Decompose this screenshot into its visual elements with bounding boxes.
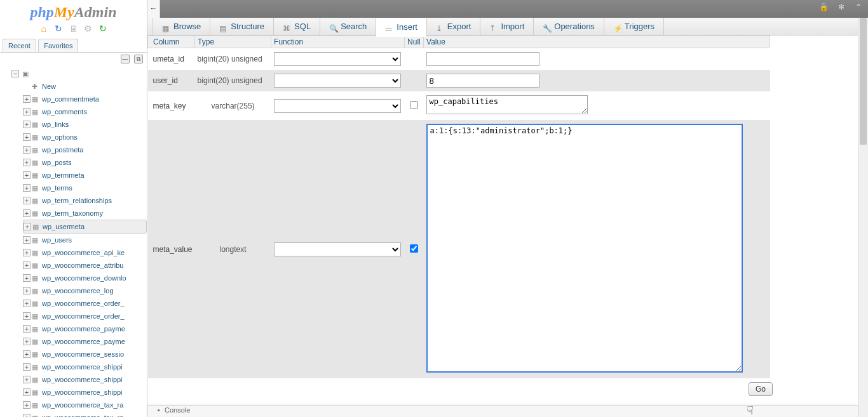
tree-table-item[interactable]: ▦wp_posts xyxy=(23,156,147,169)
table-link[interactable]: wp_woocommerce_order_ xyxy=(42,300,125,307)
tree-table-item[interactable]: ▦wp_options xyxy=(23,131,147,143)
plus-icon[interactable] xyxy=(23,274,31,282)
go-button[interactable]: Go xyxy=(749,382,773,396)
plus-icon[interactable] xyxy=(23,249,31,256)
link-chain-icon[interactable]: ⧉ xyxy=(134,55,143,63)
plus-icon[interactable] xyxy=(24,223,31,230)
table-link[interactable]: wp_woocommerce_shippi xyxy=(42,376,123,383)
plus-icon[interactable] xyxy=(23,414,31,417)
table-link[interactable]: wp_woocommerce_shippi xyxy=(42,363,123,371)
settings-cog-icon[interactable]: ⚙ xyxy=(83,23,93,34)
scrollbar-thumb[interactable] xyxy=(860,18,867,145)
tree-new-item[interactable]: ✚New xyxy=(23,80,147,93)
plus-icon[interactable] xyxy=(23,300,31,307)
plus-icon[interactable] xyxy=(23,133,31,141)
table-link[interactable]: wp_woocommerce_attribu xyxy=(42,261,123,269)
tree-table-item[interactable]: ▦wp_woocommerce_payme xyxy=(23,322,147,335)
db-server-node[interactable]: ▣ ✚New▦wp_commentmeta▦wp_comments▦wp_lin… xyxy=(11,67,147,417)
table-link[interactable]: wp_usermeta xyxy=(43,223,85,230)
docs-icon[interactable]: 🗎 xyxy=(69,23,79,34)
tree-table-item[interactable]: ▦wp_woocommerce_sessio xyxy=(23,348,147,361)
plus-icon[interactable] xyxy=(23,209,31,217)
vertical-scrollbar[interactable] xyxy=(858,18,868,417)
table-link[interactable]: wp_woocommerce_payme xyxy=(42,325,125,333)
plus-icon[interactable] xyxy=(23,312,31,320)
tree-table-item[interactable]: ▦wp_term_relationships xyxy=(23,194,147,207)
value-input-user-id[interactable] xyxy=(426,74,539,88)
plus-icon[interactable] xyxy=(23,376,31,383)
plus-icon[interactable] xyxy=(23,197,31,204)
new-link[interactable]: New xyxy=(42,83,56,90)
tree-table-item[interactable]: ▦wp_termmeta xyxy=(23,169,147,182)
table-link[interactable]: wp_woocommerce_tax_ra xyxy=(42,414,123,417)
table-link[interactable]: wp_woocommerce_order_ xyxy=(42,312,125,320)
plus-icon[interactable] xyxy=(23,108,31,116)
plus-icon[interactable] xyxy=(23,350,31,358)
plus-icon[interactable] xyxy=(23,261,31,269)
table-link[interactable]: wp_commentmeta xyxy=(42,95,99,103)
plus-icon[interactable] xyxy=(23,121,31,128)
plus-icon[interactable] xyxy=(23,171,31,179)
table-link[interactable]: wp_woocommerce_api_ke xyxy=(42,249,125,256)
tree-table-item[interactable]: ▦wp_woocommerce_tax_ra xyxy=(23,411,147,417)
tree-table-item[interactable]: ▦wp_woocommerce_shippi xyxy=(23,373,147,386)
table-link[interactable]: wp_woocommerce_tax_ra xyxy=(42,401,123,409)
tree-table-item[interactable]: ▦wp_woocommerce_api_ke xyxy=(23,246,147,259)
lock-icon[interactable]: 🔒 xyxy=(818,3,829,14)
tab-triggers[interactable]: ⚡Triggers xyxy=(604,18,664,36)
table-link[interactable]: wp_woocommerce_log xyxy=(42,287,114,295)
tab-sql[interactable]: ⌘SQL xyxy=(274,18,320,36)
tab-export[interactable]: ⤓Export xyxy=(427,18,481,36)
table-link[interactable]: wp_options xyxy=(42,133,78,141)
table-link[interactable]: wp_term_relationships xyxy=(42,197,112,204)
null-checkbox-meta-value[interactable] xyxy=(410,244,418,253)
tree-table-item[interactable]: ▦wp_woocommerce_tax_ra xyxy=(23,399,147,411)
tree-table-item[interactable]: ▦wp_links xyxy=(23,118,147,131)
table-link[interactable]: wp_links xyxy=(42,121,69,128)
table-link[interactable]: wp_terms xyxy=(42,184,72,192)
plus-icon[interactable] xyxy=(23,401,31,409)
tree-table-item[interactable]: ▦wp_terms xyxy=(23,182,147,194)
tab-structure[interactable]: ▤Structure xyxy=(210,18,274,36)
table-link[interactable]: wp_woocommerce_sessio xyxy=(42,350,124,358)
tree-table-item[interactable]: ▦wp_usermeta xyxy=(23,220,147,234)
tab-operations[interactable]: 🔧Operations xyxy=(534,18,604,36)
plus-icon[interactable] xyxy=(23,95,31,103)
tab-import[interactable]: ⤒Import xyxy=(480,18,534,36)
tree-table-item[interactable]: ▦wp_woocommerce_shippi xyxy=(23,386,147,399)
tree-table-item[interactable]: ▦wp_woocommerce_order_ xyxy=(23,297,147,310)
plus-icon[interactable] xyxy=(23,363,31,371)
value-textarea-meta-key[interactable] xyxy=(426,95,588,114)
plus-icon[interactable] xyxy=(23,159,31,166)
minus-icon[interactable] xyxy=(11,70,19,77)
plus-icon[interactable] xyxy=(23,146,31,154)
tree-table-item[interactable]: ▦wp_woocommerce_shippi xyxy=(23,361,147,373)
collapse-all-icon[interactable]: — xyxy=(121,55,130,63)
tab-insert[interactable]: ≔Insert xyxy=(376,18,427,37)
table-link[interactable]: wp_comments xyxy=(42,108,87,116)
console-bar[interactable]: ▪ Console xyxy=(147,406,858,417)
caret-up-icon[interactable]: ⌃ xyxy=(853,3,864,14)
table-link[interactable]: wp_termmeta xyxy=(42,171,85,179)
plus-icon[interactable] xyxy=(23,236,31,244)
favorites-tab[interactable]: Favorites xyxy=(38,39,78,52)
tab-search[interactable]: 🔍Search xyxy=(320,18,376,36)
home-icon[interactable]: ⌂ xyxy=(39,23,49,34)
table-link[interactable]: wp_postmeta xyxy=(42,146,83,154)
tree-table-item[interactable]: ▦wp_comments xyxy=(23,105,147,118)
table-link[interactable]: wp_term_taxonomy xyxy=(42,209,103,217)
table-link[interactable]: wp_woocommerce_shippi xyxy=(42,388,123,396)
value-input-umeta-id[interactable] xyxy=(426,52,539,66)
gear-icon[interactable]: ✻ xyxy=(836,3,847,14)
reload-icon[interactable]: ↻ xyxy=(98,23,108,34)
table-link[interactable]: wp_woocommerce_downlo xyxy=(42,274,126,282)
table-link[interactable]: wp_posts xyxy=(42,159,71,166)
tree-table-item[interactable]: ▦wp_woocommerce_downlo xyxy=(23,272,147,284)
func-select-meta-key[interactable] xyxy=(274,99,401,113)
table-link[interactable]: wp_users xyxy=(42,236,72,244)
table-link[interactable]: wp_woocommerce_payme xyxy=(42,338,125,345)
tree-table-item[interactable]: ▦wp_postmeta xyxy=(23,143,147,156)
plus-icon[interactable] xyxy=(23,287,31,295)
func-select-umeta-id[interactable] xyxy=(274,52,401,66)
null-checkbox-meta-key[interactable] xyxy=(410,101,418,109)
